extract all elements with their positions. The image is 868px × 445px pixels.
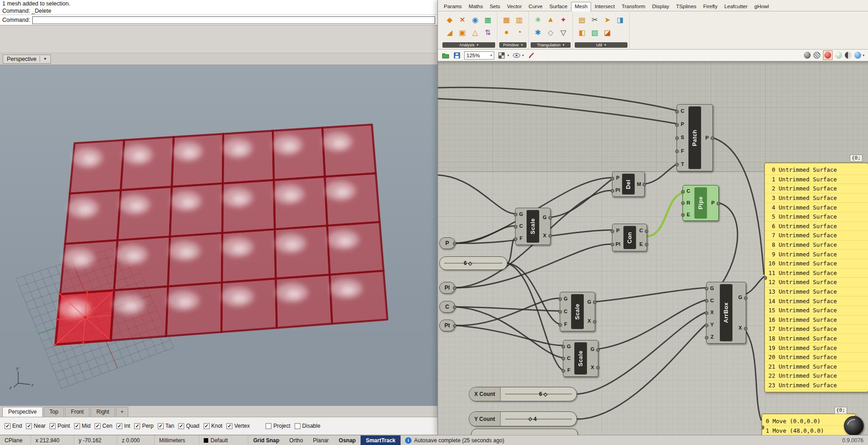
- status-toggle-grid-snap[interactable]: Grid Snap: [248, 435, 284, 445]
- substrate-icon[interactable]: ▽: [557, 26, 569, 38]
- input-port-f[interactable]: F: [678, 149, 687, 154]
- mesh-box-icon[interactable]: ▥: [513, 14, 525, 25]
- mesh-inclusion-icon[interactable]: ◉: [469, 14, 481, 25]
- input-port-g[interactable]: G: [564, 344, 573, 349]
- gh-param-pt[interactable]: Pt: [439, 320, 455, 331]
- tab-firefly[interactable]: Firefly: [700, 2, 721, 11]
- input-port-x[interactable]: X: [707, 310, 717, 315]
- viewport-tab-perspective[interactable]: Perspective: [2, 407, 43, 417]
- mesh-join-icon[interactable]: ▣: [457, 26, 468, 38]
- preview-shaded-sphere-icon[interactable]: [824, 52, 831, 59]
- gh-param-p[interactable]: P: [439, 237, 455, 249]
- osnap-checkbox-vertex[interactable]: ✓: [226, 423, 232, 429]
- slider-handle-icon[interactable]: ◇: [468, 260, 472, 266]
- mesh-trim-icon[interactable]: ✂: [589, 14, 601, 25]
- osnap-checkbox-disable[interactable]: [295, 423, 301, 429]
- gh-component-del[interactable]: PPlDelM: [612, 171, 645, 197]
- output-port-g[interactable]: G: [585, 300, 594, 305]
- mesh-colour-icon[interactable]: ▦: [482, 14, 494, 25]
- tab-tsplines[interactable]: TSplines: [673, 2, 700, 11]
- status-toggle-osnap[interactable]: Osnap: [334, 435, 361, 445]
- gh-component-con[interactable]: PPlConCE: [612, 224, 647, 251]
- facet-dome-icon[interactable]: ◇: [545, 26, 557, 38]
- slider-knob[interactable]: ◇4: [528, 416, 537, 422]
- output-port-x[interactable]: X: [585, 319, 594, 324]
- gh-component-arrbox[interactable]: GCXYZArrBoxGX: [706, 282, 746, 344]
- output-port-x[interactable]: X: [736, 325, 745, 330]
- input-port-y[interactable]: Y: [707, 322, 717, 327]
- metaball-icon[interactable]: ✦: [557, 14, 569, 25]
- canvas-grid-icon[interactable]: [497, 51, 506, 60]
- osnap-checkbox-int[interactable]: ✓: [116, 423, 122, 429]
- osnap-checkbox-perp[interactable]: ✓: [134, 423, 140, 429]
- tab-maths[interactable]: Maths: [466, 2, 486, 11]
- mesh-edges-icon[interactable]: ◢: [444, 26, 456, 38]
- output-port-g[interactable]: G: [540, 215, 549, 220]
- tab-curve[interactable]: Curve: [526, 2, 546, 11]
- input-port-c[interactable]: C: [707, 298, 717, 303]
- selected-preview-icon[interactable]: [835, 52, 842, 59]
- osnap-checkbox-mid[interactable]: ✓: [74, 423, 80, 429]
- paint-brush-icon[interactable]: [527, 51, 535, 60]
- preview-eye-icon[interactable]: [512, 51, 521, 60]
- mesh-smooth-icon[interactable]: ◪: [602, 26, 613, 38]
- gh-component-pipe[interactable]: CREPipeP: [682, 185, 719, 221]
- slider-knob[interactable]: 6◇: [464, 260, 472, 266]
- input-port-c[interactable]: C: [517, 224, 526, 229]
- tab-transform[interactable]: Transform: [618, 2, 648, 11]
- osnap-checkbox-project[interactable]: [266, 423, 271, 429]
- gh-component-scale[interactable]: GCFScaleGX: [560, 292, 595, 331]
- command-input[interactable]: [32, 16, 435, 24]
- input-port-g[interactable]: G: [561, 296, 570, 301]
- output-port-g[interactable]: G: [736, 295, 745, 300]
- gh-slider-value[interactable]: 6◇: [439, 256, 507, 270]
- delaunay-icon[interactable]: ✳: [532, 14, 544, 25]
- status-toggle-ortho[interactable]: Ortho: [284, 435, 308, 445]
- mesh-weld-icon[interactable]: ▧: [589, 26, 601, 38]
- ribbon-group-label[interactable]: Triangulation▾: [531, 42, 571, 48]
- osnap-checkbox-knot[interactable]: ✓: [204, 423, 210, 429]
- mesh-shadow-icon[interactable]: ◨: [614, 14, 626, 25]
- input-port-z[interactable]: Z: [707, 335, 717, 340]
- mesh-normals-icon[interactable]: △: [469, 26, 481, 38]
- gh-slider-x-count[interactable]: X Count6◇: [469, 387, 577, 401]
- preview-settings-icon[interactable]: [854, 52, 861, 59]
- new-viewport-tab-icon[interactable]: +: [116, 407, 128, 417]
- status-toggle-planar[interactable]: Planar: [308, 435, 334, 445]
- input-port-p[interactable]: P: [678, 122, 687, 127]
- input-port-t[interactable]: T: [678, 162, 687, 167]
- gh-panel[interactable]: 0 Move (0.0,0.0)1 Move (48.0,0.0): [762, 414, 856, 435]
- input-port-f[interactable]: F: [517, 236, 526, 241]
- gh-slider-partial[interactable]: [471, 429, 578, 435]
- document-preview-icon[interactable]: [845, 52, 852, 59]
- canvas-compass-widget[interactable]: [844, 416, 864, 435]
- convex-hull-icon[interactable]: ▲: [545, 14, 557, 25]
- osnap-checkbox-tan[interactable]: ✓: [158, 423, 164, 429]
- mesh-sphere-icon[interactable]: ●: [501, 26, 512, 38]
- input-port-c[interactable]: C: [561, 309, 570, 314]
- input-port-r[interactable]: R: [684, 200, 693, 205]
- tab-mesh[interactable]: Mesh: [571, 2, 591, 11]
- status-layer[interactable]: Default: [199, 435, 248, 445]
- open-definition-icon[interactable]: [442, 51, 450, 60]
- output-port-e[interactable]: E: [637, 242, 646, 247]
- osnap-checkbox-near[interactable]: ✓: [26, 423, 32, 429]
- input-port-f[interactable]: F: [564, 368, 573, 373]
- output-port-p[interactable]: P: [708, 200, 717, 205]
- input-port-p[interactable]: P: [613, 228, 622, 233]
- mesh-quad-icon[interactable]: ◔: [513, 26, 525, 38]
- output-port-x[interactable]: X: [540, 233, 549, 238]
- osnap-checkbox-end[interactable]: ✓: [5, 423, 10, 429]
- gh-param-pl[interactable]: Pl: [439, 282, 455, 294]
- mesh-brep-icon[interactable]: ◆: [444, 14, 456, 25]
- perspective-viewport[interactable]: yxz: [0, 65, 437, 406]
- input-port-g[interactable]: G: [517, 212, 526, 217]
- preview-wire-sphere-icon[interactable]: [813, 52, 820, 59]
- output-port-g[interactable]: G: [588, 347, 597, 352]
- input-port-p[interactable]: P: [613, 175, 622, 180]
- zoom-select[interactable]: 125%▾: [464, 51, 494, 60]
- viewport-title-menu[interactable]: Perspective ▼: [3, 55, 51, 64]
- gh-component-patch[interactable]: CPSFTPatchP: [677, 104, 713, 171]
- mesh-cull-icon[interactable]: ➤: [602, 14, 613, 25]
- input-port-pl[interactable]: Pl: [613, 242, 622, 247]
